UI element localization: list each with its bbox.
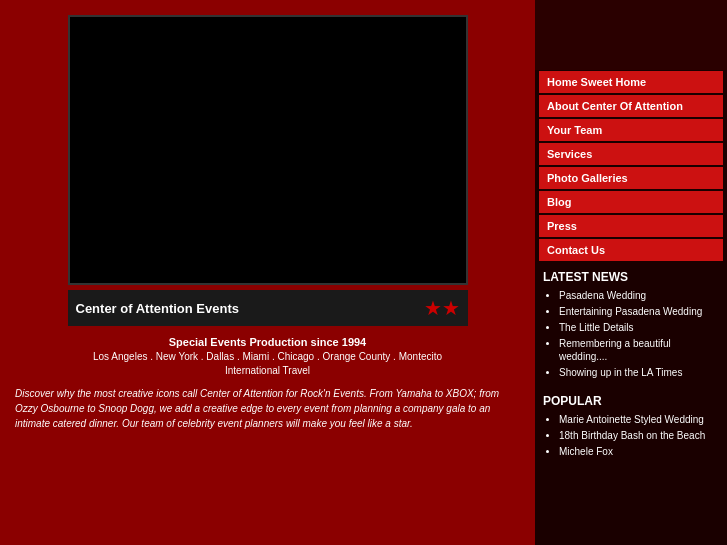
popular-section: POPULAR Marie Antoinette Styled Wedding … [535, 386, 727, 465]
popular-link-1[interactable]: 18th Birthday Bash on the Beach [559, 430, 705, 441]
list-item[interactable]: Showing up in the LA Times [559, 366, 719, 379]
news-link-4[interactable]: Showing up in the LA Times [559, 367, 682, 378]
tagline: Special Events Production since 1994 [10, 336, 525, 348]
video-player [68, 15, 468, 285]
list-item[interactable]: Entertaining Pasadena Wedding [559, 305, 719, 318]
latest-news-section: LATEST NEWS Pasadena Wedding Entertainin… [535, 262, 727, 386]
latest-news-title: LATEST NEWS [543, 270, 719, 284]
latest-news-list: Pasadena Wedding Entertaining Pasadena W… [543, 289, 719, 379]
logo-text: Center of Attention Events [76, 301, 419, 316]
locations: Los Angeles . New York . Dallas . Miami … [10, 351, 525, 362]
sidebar-top-banner [535, 0, 727, 70]
news-link-3[interactable]: Remembering a beautiful wedding.... [559, 338, 671, 362]
list-item[interactable]: Remembering a beautiful wedding.... [559, 337, 719, 363]
nav-press[interactable]: Press [539, 215, 723, 237]
sidebar: Home Sweet Home About Center Of Attentio… [535, 0, 727, 545]
list-item[interactable]: Michele Fox [559, 445, 719, 458]
news-link-0[interactable]: Pasadena Wedding [559, 290, 646, 301]
popular-title: POPULAR [543, 394, 719, 408]
main-content: Center of Attention Events ★★ Special Ev… [0, 0, 535, 545]
popular-list: Marie Antoinette Styled Wedding 18th Bir… [543, 413, 719, 458]
description: Discover why the most creative icons cal… [10, 386, 525, 431]
nav-team[interactable]: Your Team [539, 119, 723, 141]
news-link-2[interactable]: The Little Details [559, 322, 633, 333]
main-nav: Home Sweet Home About Center Of Attentio… [535, 70, 727, 262]
nav-contact[interactable]: Contact Us [539, 239, 723, 261]
news-link-1[interactable]: Entertaining Pasadena Wedding [559, 306, 702, 317]
list-item[interactable]: 18th Birthday Bash on the Beach [559, 429, 719, 442]
nav-galleries[interactable]: Photo Galleries [539, 167, 723, 189]
star-icon: ★★ [424, 296, 460, 320]
list-item[interactable]: Marie Antoinette Styled Wedding [559, 413, 719, 426]
nav-home[interactable]: Home Sweet Home [539, 71, 723, 93]
list-item[interactable]: The Little Details [559, 321, 719, 334]
nav-about[interactable]: About Center Of Attention [539, 95, 723, 117]
popular-link-0[interactable]: Marie Antoinette Styled Wedding [559, 414, 704, 425]
list-item[interactable]: Pasadena Wedding [559, 289, 719, 302]
nav-services[interactable]: Services [539, 143, 723, 165]
travel: International Travel [10, 365, 525, 376]
logo-bar: Center of Attention Events ★★ [68, 290, 468, 326]
nav-blog[interactable]: Blog [539, 191, 723, 213]
popular-link-2[interactable]: Michele Fox [559, 446, 613, 457]
